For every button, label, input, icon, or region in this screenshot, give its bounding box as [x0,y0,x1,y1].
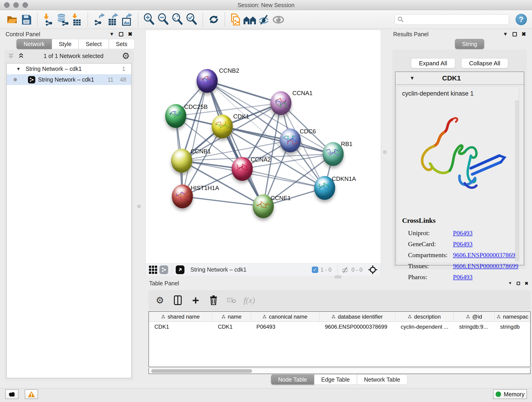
splitter-handle[interactable] [137,205,141,208]
scrollbar-thumb[interactable] [151,369,252,373]
tab-string[interactable]: String [455,39,484,49]
clone-network-icon[interactable] [229,12,243,27]
gene-section-header[interactable]: ▼ CDK1 [395,72,524,85]
table-cell[interactable]: 9606.ENSP00000378699 [319,322,395,332]
node-CDC25B[interactable] [165,104,186,128]
zoom-out-icon[interactable] [156,12,171,27]
selected-checkbox-icon[interactable]: ✓ [312,267,318,273]
node-CCNB1[interactable] [171,149,192,172]
table-horizontal-scrollbar[interactable] [148,368,531,374]
column-header--id[interactable]: @id [454,312,495,322]
table-cell[interactable]: CDK1 [212,322,251,332]
help-button[interactable]: ? [515,14,527,25]
column-header-name[interactable]: name [212,312,251,322]
node-CCNB2[interactable] [196,69,218,93]
search-box[interactable] [394,14,509,25]
grid-mode-icon[interactable] [149,266,157,274]
import-table-icon[interactable] [70,12,84,27]
edge-CCNB2-CCNA1[interactable] [207,81,281,103]
column-header-namespac[interactable]: namespac [495,312,531,322]
function-builder-icon[interactable]: f(x) [244,295,254,306]
delete-table-icon[interactable] [226,295,236,306]
node-CDC6[interactable] [280,128,301,153]
create-column-plus-icon[interactable]: + [191,295,201,306]
splitter-handle[interactable] [383,150,386,154]
memory-button[interactable]: Memory [493,389,527,399]
collapse-all-icon[interactable] [8,53,15,59]
first-neighbors-icon[interactable] [243,12,257,27]
crosslink-link[interactable]: 9606.ENSP00000378699 [453,251,518,259]
node-CCNA2[interactable] [232,157,253,181]
export-network-icon[interactable] [92,12,106,27]
zoom-selected-icon[interactable] [185,12,199,27]
tab-select[interactable]: Select [79,39,109,49]
birdseye-view-icon[interactable] [176,265,184,274]
show-columns-icon[interactable] [173,295,183,306]
network-row[interactable]: String Network – cdk1 11 48 [7,74,131,85]
collapse-triangle-icon[interactable]: ▼ [16,66,21,71]
panel-menu-icon[interactable]: ▼ [109,31,114,37]
save-session-icon[interactable] [19,12,33,27]
network-collection-row[interactable]: ▼ String Network – cdk1 1 [7,64,131,74]
float-panel-icon[interactable] [119,32,123,36]
expand-all-button[interactable]: Expand All [411,58,455,68]
crosslink-link[interactable]: 9606.ENSP00000378699 [453,262,518,269]
delete-column-trash-icon[interactable] [209,295,219,306]
cloud-status-button[interactable] [5,389,19,399]
collapse-triangle-icon[interactable]: ▼ [410,75,415,81]
column-header-canonical-name[interactable]: canonical name [251,312,319,322]
tab-node-table[interactable]: Node Table [271,375,314,385]
results-scrollbar[interactable] [515,101,519,261]
float-panel-icon[interactable] [513,32,517,36]
gear-icon[interactable]: ⚙ [122,51,130,61]
import-network-icon[interactable] [41,12,56,27]
column-header-database-identifier[interactable]: database identifier [319,312,395,322]
edge-CCNB2-HIST1H1A[interactable] [182,81,207,196]
close-panel-icon[interactable]: ✖ [521,31,526,37]
search-input[interactable] [404,16,506,23]
crosslink-link[interactable]: P06493 [453,230,473,236]
network-graph[interactable]: CCNB2CCNA1CDC25BCDK1CDC6RB1CCNB1CCNA2CDK… [146,30,381,263]
collapse-all-button[interactable]: Collapse All [461,58,508,68]
splitter-handle[interactable] [335,275,341,278]
table-settings-gear-icon[interactable]: ⚙ [155,295,165,306]
column-header-shared-name[interactable]: shared name [149,312,212,322]
table-cell[interactable]: P06493 [251,322,319,332]
node-RB1[interactable] [323,142,344,166]
refresh-layout-icon[interactable] [207,12,221,27]
open-session-icon[interactable] [5,12,19,27]
tab-sets[interactable]: Sets [109,39,134,49]
show-all-icon[interactable] [271,12,285,27]
tab-style[interactable]: Style [52,39,79,49]
panel-menu-icon[interactable]: ▼ [508,281,512,286]
string-view-icon[interactable] [159,265,168,274]
node-CCNA1[interactable] [270,91,291,115]
hide-selected-icon[interactable] [257,12,271,27]
export-image-icon[interactable] [120,12,134,27]
hidden-eye-icon[interactable] [341,267,349,273]
close-panel-icon[interactable]: ✖ [525,281,528,286]
import-database-icon[interactable] [56,12,70,27]
float-panel-icon[interactable] [517,282,520,285]
export-table-icon[interactable] [106,12,120,27]
node-CDK1[interactable] [212,115,233,138]
crosslink-link[interactable]: P06493 [453,240,473,248]
warnings-button[interactable] [25,389,38,399]
close-panel-icon[interactable]: ✖ [128,31,133,37]
column-header-description[interactable]: description [395,312,454,322]
zoom-in-icon[interactable] [142,12,156,27]
tab-edge-table[interactable]: Edge Table [314,375,357,385]
edge-HIST1H1A-CCNE1[interactable] [182,196,263,206]
crosshair-icon[interactable] [368,265,378,274]
zoom-fit-icon[interactable] [171,12,185,27]
table-cell[interactable]: stringdb:9... [454,322,495,332]
table-cell[interactable]: cyclin-dependent ... [395,322,454,332]
panel-menu-icon[interactable]: ▼ [503,31,508,37]
table-row[interactable]: CDK1CDK1P064939606.ENSP00000378699cyclin… [149,322,530,332]
expand-all-icon[interactable] [18,53,25,59]
table-cell[interactable]: CDK1 [149,322,212,332]
node-HIST1H1A[interactable] [172,185,193,208]
tab-network[interactable]: Network [17,39,52,49]
tab-network-table[interactable]: Network Table [357,375,407,385]
table-cell[interactable]: stringdb [495,322,531,332]
